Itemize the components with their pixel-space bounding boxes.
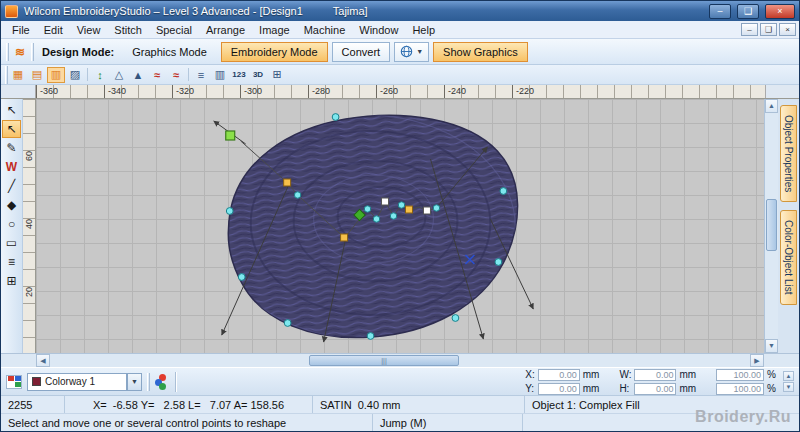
design-canvas[interactable] bbox=[36, 99, 764, 353]
tool-palette: ↖ ↖ ✎ W ╱ ◆ ○ ▭ ≡ ⊞ bbox=[1, 99, 23, 353]
hint-text: Select and move one or several control p… bbox=[1, 414, 373, 431]
hoop-globe-button[interactable]: ▼ bbox=[394, 42, 429, 62]
ruler-tick: -360 bbox=[36, 85, 104, 98]
w-label: W: bbox=[619, 369, 631, 380]
stitch-view-icon[interactable]: ▥ bbox=[47, 67, 65, 83]
stitch-grid-icon[interactable]: ▦ bbox=[9, 67, 27, 83]
colorway-select[interactable]: Colorway 1 bbox=[27, 373, 127, 391]
triangle-fill-icon[interactable]: ▲ bbox=[129, 67, 147, 83]
toolbar-separator bbox=[188, 68, 189, 81]
menu-special[interactable]: Special bbox=[149, 23, 199, 37]
doc-close-button[interactable]: × bbox=[779, 23, 796, 36]
maximize-button[interactable]: ❑ bbox=[737, 4, 759, 19]
scroll-down-button[interactable]: ▼ bbox=[765, 339, 778, 353]
stitch-numbers-icon[interactable]: 123 bbox=[230, 67, 248, 83]
h-unit: mm bbox=[679, 383, 696, 394]
menu-file[interactable]: File bbox=[5, 23, 37, 37]
toolbar-grip[interactable] bbox=[31, 43, 34, 61]
reshape-tool[interactable]: ↖ bbox=[2, 120, 21, 138]
scroll-up-button[interactable]: ▲ bbox=[765, 99, 778, 113]
vertical-ruler[interactable]: 60 40 20 bbox=[23, 99, 36, 353]
horizontal-scroll-track[interactable]: ||| bbox=[50, 354, 750, 367]
mode-toolbar: ≋ Design Mode: Graphics Mode Embroidery … bbox=[1, 39, 799, 65]
menu-window[interactable]: Window bbox=[352, 23, 405, 37]
colorway-dropdown-arrow[interactable]: ▼ bbox=[127, 373, 142, 391]
ruler-corner[interactable] bbox=[1, 85, 36, 98]
stitch-table-icon[interactable]: ▤ bbox=[28, 67, 46, 83]
freehand-tool[interactable]: ✎ bbox=[2, 139, 21, 157]
hint-bar: Select and move one or several control p… bbox=[1, 413, 799, 431]
graphics-mode-button[interactable]: Graphics Mode bbox=[122, 42, 217, 62]
spin-down-button[interactable]: ▼ bbox=[783, 382, 794, 392]
horizontal-ruler[interactable]: -360 -340 -320 -300 -280 -260 -240 -220 bbox=[36, 85, 765, 98]
menu-arrange[interactable]: Arrange bbox=[199, 23, 252, 37]
h-field[interactable]: 0.00 bbox=[634, 383, 676, 395]
menu-help[interactable]: Help bbox=[405, 23, 442, 37]
scroll-left-button[interactable]: ◀ bbox=[36, 354, 50, 367]
stitch-wave2-icon[interactable]: ≈ bbox=[167, 67, 185, 83]
ruler-tick: -320 bbox=[172, 85, 240, 98]
hoop-icon[interactable]: ⊞ bbox=[268, 67, 286, 83]
toolbar-grip[interactable] bbox=[147, 373, 150, 391]
grid-tool[interactable]: ⊞ bbox=[2, 272, 21, 290]
3d-view-icon[interactable]: 3D bbox=[249, 67, 267, 83]
complex-fill-tool[interactable]: ◆ bbox=[2, 196, 21, 214]
menu-machine[interactable]: Machine bbox=[297, 23, 353, 37]
spin-up-button[interactable]: ▲ bbox=[783, 371, 794, 381]
color-wheel-icon[interactable] bbox=[155, 374, 170, 389]
doc-restore-button[interactable]: ❑ bbox=[760, 23, 777, 36]
minimize-button[interactable]: – bbox=[709, 4, 731, 19]
select-tool[interactable]: ↖ bbox=[2, 101, 21, 119]
run-stitch-tool[interactable]: ╱ bbox=[2, 177, 21, 195]
x-label: X: bbox=[525, 369, 534, 380]
stitch-wave-icon[interactable]: ≈ bbox=[148, 67, 166, 83]
scale-x-field[interactable]: 100.00 bbox=[716, 369, 764, 381]
scale-y-field[interactable]: 100.00 bbox=[716, 383, 764, 395]
vertical-scroll-thumb[interactable] bbox=[766, 199, 777, 251]
menu-edit[interactable]: Edit bbox=[37, 23, 70, 37]
design-mode-label: Design Mode: bbox=[38, 46, 118, 58]
colorway-label: Colorway 1 bbox=[45, 376, 95, 387]
column-tool[interactable]: ≡ bbox=[2, 253, 21, 271]
ellipse-tool[interactable]: ○ bbox=[2, 215, 21, 233]
pattern-icon[interactable]: ▨ bbox=[66, 67, 84, 83]
close-button[interactable]: × bbox=[765, 4, 795, 19]
embroidery-object[interactable] bbox=[228, 115, 517, 337]
scroll-right-button[interactable]: ▶ bbox=[750, 354, 764, 367]
toolbar-grip[interactable] bbox=[5, 66, 8, 84]
lettering-tool[interactable]: W bbox=[2, 158, 21, 176]
ruler-cap bbox=[765, 85, 799, 98]
y-field[interactable]: 0.00 bbox=[538, 383, 580, 395]
app-window: Wilcom EmbroideryStudio – Level 3 Advanc… bbox=[0, 0, 800, 432]
convert-button[interactable]: Convert bbox=[332, 42, 391, 62]
ruler-tick: -300 bbox=[240, 85, 308, 98]
triangle-outline-icon[interactable]: △ bbox=[110, 67, 128, 83]
toolbar-grip[interactable] bbox=[6, 43, 9, 61]
ruler-tick: -220 bbox=[512, 85, 580, 98]
horizontal-scrollbar[interactable]: ◀ ||| ▶ bbox=[1, 353, 799, 367]
w-field[interactable]: 0.00 bbox=[634, 369, 676, 381]
x-field[interactable]: 0.00 bbox=[538, 369, 580, 381]
thread-colors-icon[interactable] bbox=[6, 375, 22, 389]
tab-object-properties[interactable]: Object Properties bbox=[780, 105, 797, 202]
w-unit: mm bbox=[679, 369, 696, 380]
rectangle-tool[interactable]: ▭ bbox=[2, 234, 21, 252]
menu-image[interactable]: Image bbox=[252, 23, 297, 37]
tab-color-object-list[interactable]: Color-Object List bbox=[780, 210, 797, 304]
vertical-scroll-track[interactable] bbox=[765, 113, 778, 339]
resequence-icon[interactable]: ↕ bbox=[91, 67, 109, 83]
globe-dropdown-arrow[interactable]: ▼ bbox=[416, 48, 423, 55]
selected-object-info: Object 1: Complex Fill bbox=[525, 396, 799, 413]
menu-view[interactable]: View bbox=[70, 23, 108, 37]
entry-point-handle[interactable] bbox=[226, 131, 235, 140]
doc-minimize-button[interactable]: – bbox=[741, 23, 758, 36]
overview-icon[interactable]: ▥ bbox=[211, 67, 229, 83]
pointer-coordinates: X= -6.58 Y= 2.58 L= 7.07 A= 158.56 bbox=[65, 396, 313, 413]
embroidery-mode-button[interactable]: Embroidery Mode bbox=[221, 42, 328, 62]
horizontal-scroll-thumb[interactable]: ||| bbox=[309, 355, 459, 366]
show-graphics-button[interactable]: Show Graphics bbox=[433, 42, 528, 62]
globe-icon bbox=[400, 45, 413, 58]
vertical-scrollbar[interactable]: ▲ ▼ bbox=[764, 99, 778, 353]
menu-stitch[interactable]: Stitch bbox=[107, 23, 149, 37]
columns-icon[interactable]: ≡ bbox=[192, 67, 210, 83]
